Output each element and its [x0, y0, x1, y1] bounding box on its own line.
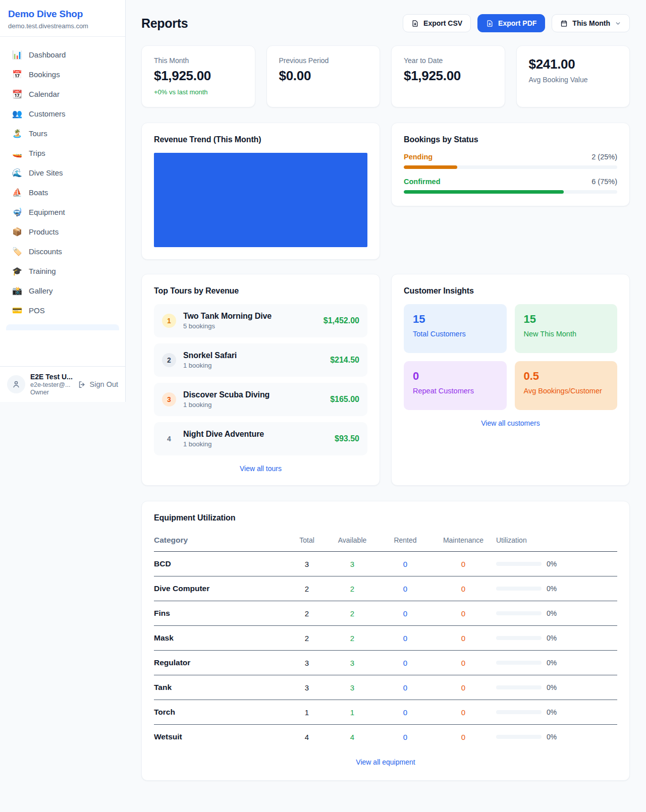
revenue-trend-panel: Revenue Trend (This Month) — [141, 123, 380, 260]
bookings-by-status-title: Bookings by Status — [404, 135, 617, 144]
cell-total: 3 — [289, 683, 325, 692]
period-select[interactable]: This Month — [552, 14, 630, 32]
tour-meta: Snorkel Safari 1 booking — [183, 351, 323, 369]
sidebar-item-bookings[interactable]: 📅 Bookings — [6, 65, 119, 84]
cell-total: 2 — [289, 609, 325, 618]
table-header-row: Category Total Available Rented Maintena… — [154, 530, 617, 552]
sidebar-item-dashboard[interactable]: 📊 Dashboard — [6, 45, 119, 65]
revenue-trend-chart — [154, 153, 367, 247]
cell-available: 3 — [325, 683, 380, 692]
cell-maintenance: 0 — [430, 733, 496, 741]
status-row-pending: Pending 2 (25%) — [404, 153, 617, 169]
cell-category: Mask — [154, 633, 289, 643]
tour-name: Two Tank Morning Dive — [183, 312, 316, 321]
cell-utilization: 0% — [496, 560, 617, 568]
tour-name: Night Dive Adventure — [183, 430, 328, 439]
logout-icon — [78, 380, 86, 389]
file-download-icon — [486, 20, 494, 27]
tour-revenue: $165.00 — [330, 395, 359, 404]
tour-meta: Two Tank Morning Dive 5 bookings — [183, 312, 316, 330]
cell-maintenance: 0 — [430, 585, 496, 593]
cell-maintenance: 0 — [430, 659, 496, 667]
column-header-maintenance: Maintenance — [430, 536, 496, 544]
sidebar-item-customers[interactable]: 👥 Customers — [6, 104, 119, 124]
cell-category: Wetsuit — [154, 732, 289, 741]
sidebar-nav: 📊 Dashboard 📅 Bookings 📆 Calendar 👥 Cust… — [0, 37, 125, 366]
status-count: 6 (75%) — [591, 178, 617, 186]
page-title: Reports — [141, 16, 188, 31]
list-item[interactable]: 4 Night Dive Adventure 1 booking $93.50 — [154, 422, 367, 455]
person-icon — [12, 380, 21, 389]
column-header-utilization: Utilization — [496, 536, 617, 544]
table-row: Dive Computer 2 2 0 0 0% — [154, 576, 617, 601]
tile-value: 0.5 — [524, 370, 609, 383]
tile-label: Avg Bookings/Customer — [524, 387, 609, 395]
rank-badge: 1 — [162, 314, 176, 328]
sidebar-item-label: Dashboard — [29, 50, 66, 59]
cell-available: 2 — [325, 609, 380, 618]
cell-utilization: 0% — [496, 708, 617, 716]
view-all-equipment-link[interactable]: View all equipment — [154, 758, 617, 766]
sidebar-item-training[interactable]: 🎓 Training — [6, 261, 119, 281]
sidebar-item-dive-sites[interactable]: 🌊 Dive Sites — [6, 163, 119, 183]
utilization-bar — [496, 661, 542, 665]
charts-row: Revenue Trend (This Month) Bookings by S… — [141, 123, 630, 260]
tour-bookings: 5 bookings — [183, 322, 316, 330]
tour-bookings: 1 booking — [183, 401, 323, 409]
sidebar-item-label: Boats — [29, 188, 48, 197]
wave-icon: 🌊 — [12, 168, 22, 178]
utilization-bar — [496, 611, 542, 615]
sidebar-item-label: Trips — [29, 149, 45, 157]
customers-icon: 👥 — [12, 109, 22, 119]
status-count: 2 (25%) — [591, 153, 617, 161]
utilization-percent: 0% — [547, 609, 557, 617]
bookings-by-status-panel: Bookings by Status Pending 2 (25%) Confi… — [391, 123, 630, 206]
status-row-confirmed: Confirmed 6 (75%) — [404, 178, 617, 194]
file-download-icon — [411, 20, 419, 27]
stat-label: Avg Booking Value — [529, 76, 618, 84]
export-csv-button[interactable]: Export CSV — [403, 14, 471, 32]
sidebar-item-tours[interactable]: 🏝️ Tours — [6, 124, 119, 143]
view-all-customers-link[interactable]: View all customers — [404, 419, 617, 427]
insights-row: Top Tours by Revenue 1 Two Tank Morning … — [141, 274, 630, 486]
cell-rented: 0 — [380, 609, 430, 618]
export-pdf-button[interactable]: Export PDF — [477, 14, 545, 32]
cell-category: Fins — [154, 609, 289, 618]
status-bar-fill — [404, 190, 564, 194]
tour-meta: Discover Scuba Diving 1 booking — [183, 390, 323, 409]
sidebar-item-reports-active[interactable] — [6, 324, 119, 330]
tile-value: 15 — [524, 313, 609, 326]
sidebar-item-gallery[interactable]: 📸 Gallery — [6, 281, 119, 301]
utilization-bar — [496, 587, 542, 591]
view-all-tours-link[interactable]: View all tours — [154, 465, 367, 473]
sidebar-item-equipment[interactable]: 🤿 Equipment — [6, 202, 119, 222]
tag-icon: 🏷️ — [12, 247, 22, 256]
cell-total: 3 — [289, 659, 325, 667]
sidebar-item-discounts[interactable]: 🏷️ Discounts — [6, 242, 119, 261]
insight-tiles: 15 Total Customers 15 New This Month 0 R… — [404, 304, 617, 410]
tour-name: Discover Scuba Diving — [183, 390, 323, 399]
sidebar-item-label: Bookings — [29, 70, 60, 79]
sidebar-item-label: Discounts — [29, 247, 62, 256]
list-item[interactable]: 1 Two Tank Morning Dive 5 bookings $1,45… — [154, 304, 367, 337]
list-item[interactable]: 2 Snorkel Safari 1 booking $214.50 — [154, 343, 367, 377]
rank-badge: 3 — [162, 392, 176, 407]
sidebar-item-calendar[interactable]: 📆 Calendar — [6, 84, 119, 104]
sign-out-button[interactable]: Sign Out — [78, 380, 118, 389]
status-label: Pending — [404, 153, 433, 161]
status-label: Confirmed — [404, 178, 441, 186]
cell-maintenance: 0 — [430, 609, 496, 618]
sidebar-item-boats[interactable]: ⛵ Boats — [6, 183, 119, 202]
sidebar-item-products[interactable]: 📦 Products — [6, 222, 119, 242]
stat-card-previous-period: Previous Period $0.00 — [266, 45, 381, 107]
sidebar-item-label: Gallery — [29, 286, 53, 295]
tour-bookings: 1 booking — [183, 362, 323, 369]
cell-total: 4 — [289, 733, 325, 741]
sidebar-item-trips[interactable]: 🚤 Trips — [6, 143, 119, 163]
tour-revenue: $93.50 — [335, 434, 359, 443]
sidebar-item-pos[interactable]: 💳 POS — [6, 301, 119, 320]
tile-label: New This Month — [524, 330, 609, 338]
utilization-bar — [496, 710, 542, 714]
list-item[interactable]: 3 Discover Scuba Diving 1 booking $165.0… — [154, 383, 367, 416]
export-csv-label: Export CSV — [423, 19, 462, 27]
